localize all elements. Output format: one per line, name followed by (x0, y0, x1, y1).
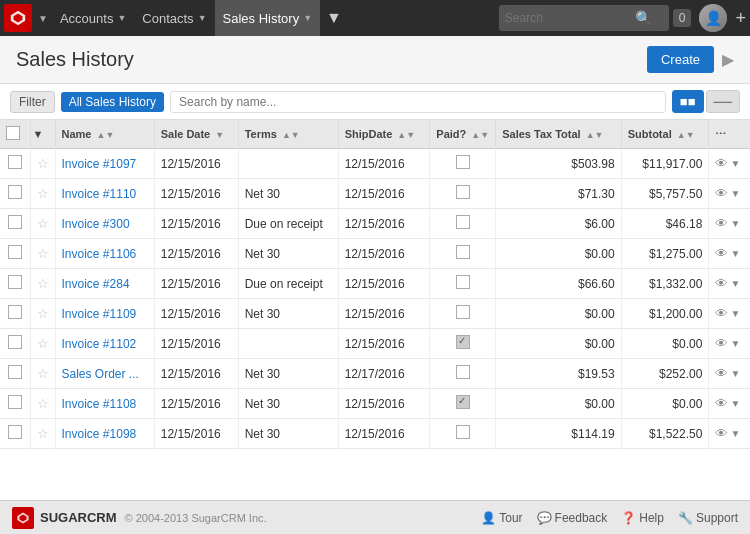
star-icon[interactable]: ☆ (37, 216, 49, 231)
invoice-link[interactable]: Invoice #1106 (62, 247, 137, 261)
row-checkbox[interactable] (8, 275, 22, 289)
nav-contacts[interactable]: Contacts ▼ (134, 0, 214, 36)
search-button[interactable]: 🔍 (635, 10, 652, 26)
row-action-caret-icon[interactable]: ▼ (730, 248, 740, 259)
row-star-cell[interactable]: ☆ (30, 239, 55, 269)
footer-tour-link[interactable]: 👤 Tour (481, 511, 522, 525)
nav-sales-history[interactable]: Sales History ▼ (215, 0, 321, 36)
row-action-caret-icon[interactable]: ▼ (730, 398, 740, 409)
th-subtotal[interactable]: Subtotal ▲▼ (621, 120, 709, 149)
row-checkbox[interactable] (8, 365, 22, 379)
row-select-cell[interactable] (0, 299, 30, 329)
row-star-cell[interactable]: ☆ (30, 149, 55, 179)
nav-add-button[interactable]: + (735, 8, 746, 29)
nav-expand-arrow[interactable]: ▼ (38, 13, 48, 24)
row-select-cell[interactable] (0, 239, 30, 269)
create-button[interactable]: Create (647, 46, 714, 73)
invoice-link[interactable]: Invoice #284 (62, 277, 130, 291)
row-checkbox[interactable] (8, 335, 22, 349)
row-star-cell[interactable]: ☆ (30, 209, 55, 239)
th-terms[interactable]: Terms ▲▼ (238, 120, 338, 149)
star-icon[interactable]: ☆ (37, 306, 49, 321)
th-name[interactable]: Name ▲▼ (55, 120, 154, 149)
row-checkbox[interactable] (8, 425, 22, 439)
active-filter-tag[interactable]: All Sales History (61, 92, 164, 112)
paid-checkbox[interactable] (456, 395, 470, 409)
avatar[interactable]: 👤 (699, 4, 727, 32)
nav-accounts[interactable]: Accounts ▼ (52, 0, 134, 36)
row-select-cell[interactable] (0, 149, 30, 179)
search-input[interactable] (505, 11, 635, 25)
row-select-cell[interactable] (0, 269, 30, 299)
row-paid-cell[interactable] (430, 149, 496, 179)
row-paid-cell[interactable] (430, 209, 496, 239)
star-icon[interactable]: ☆ (37, 426, 49, 441)
row-action-caret-icon[interactable]: ▼ (730, 368, 740, 379)
th-select-all[interactable] (0, 120, 30, 149)
row-star-cell[interactable]: ☆ (30, 359, 55, 389)
row-action-caret-icon[interactable]: ▼ (730, 338, 740, 349)
row-star-cell[interactable]: ☆ (30, 179, 55, 209)
row-select-cell[interactable] (0, 329, 30, 359)
row-view-icon[interactable]: 👁 (715, 306, 728, 321)
invoice-link[interactable]: Invoice #300 (62, 217, 130, 231)
row-action-caret-icon[interactable]: ▼ (730, 218, 740, 229)
row-checkbox[interactable] (8, 185, 22, 199)
nav-badge[interactable]: 0 (673, 9, 692, 27)
invoice-link[interactable]: Invoice #1108 (62, 397, 137, 411)
star-icon[interactable]: ☆ (37, 186, 49, 201)
invoice-link[interactable]: Invoice #1102 (62, 337, 137, 351)
select-all-checkbox[interactable] (6, 126, 20, 140)
row-paid-cell[interactable] (430, 419, 496, 449)
row-view-icon[interactable]: 👁 (715, 336, 728, 351)
app-logo[interactable] (4, 4, 32, 32)
paid-checkbox[interactable] (456, 335, 470, 349)
row-paid-cell[interactable] (430, 329, 496, 359)
grid-view-button[interactable]: ■■ (672, 90, 704, 113)
invoice-link[interactable]: Invoice #1098 (62, 427, 137, 441)
paid-checkbox[interactable] (456, 365, 470, 379)
row-select-cell[interactable] (0, 359, 30, 389)
collapse-button[interactable]: ▶ (722, 50, 734, 69)
row-star-cell[interactable]: ☆ (30, 269, 55, 299)
row-view-icon[interactable]: 👁 (715, 366, 728, 381)
row-view-icon[interactable]: 👁 (715, 426, 728, 441)
th-ship-date[interactable]: ShipDate ▲▼ (338, 120, 430, 149)
footer-feedback-link[interactable]: 💬 Feedback (537, 511, 608, 525)
row-action-caret-icon[interactable]: ▼ (730, 188, 740, 199)
row-select-cell[interactable] (0, 419, 30, 449)
row-action-caret-icon[interactable]: ▼ (730, 308, 740, 319)
invoice-link[interactable]: Sales Order ... (62, 367, 139, 381)
row-paid-cell[interactable] (430, 239, 496, 269)
invoice-link[interactable]: Invoice #1109 (62, 307, 137, 321)
row-view-icon[interactable]: 👁 (715, 186, 728, 201)
row-checkbox[interactable] (8, 155, 22, 169)
paid-checkbox[interactable] (456, 185, 470, 199)
row-action-caret-icon[interactable]: ▼ (730, 428, 740, 439)
list-view-button[interactable]: ── (706, 90, 740, 113)
star-icon[interactable]: ☆ (37, 396, 49, 411)
row-view-icon[interactable]: 👁 (715, 246, 728, 261)
row-view-icon[interactable]: 👁 (715, 216, 728, 231)
row-paid-cell[interactable] (430, 389, 496, 419)
invoice-link[interactable]: Invoice #1110 (62, 187, 137, 201)
row-paid-cell[interactable] (430, 179, 496, 209)
row-checkbox[interactable] (8, 215, 22, 229)
paid-checkbox[interactable] (456, 215, 470, 229)
star-icon[interactable]: ☆ (37, 246, 49, 261)
th-tax-total[interactable]: Sales Tax Total ▲▼ (496, 120, 622, 149)
th-paid[interactable]: Paid? ▲▼ (430, 120, 496, 149)
paid-checkbox[interactable] (456, 425, 470, 439)
footer-help-link[interactable]: ❓ Help (621, 511, 664, 525)
row-view-icon[interactable]: 👁 (715, 276, 728, 291)
filter-button[interactable]: Filter (10, 91, 55, 113)
search-name-input[interactable] (170, 91, 666, 113)
row-select-cell[interactable] (0, 209, 30, 239)
row-star-cell[interactable]: ☆ (30, 329, 55, 359)
row-paid-cell[interactable] (430, 359, 496, 389)
th-caret[interactable]: ▼ (30, 120, 55, 149)
row-checkbox[interactable] (8, 305, 22, 319)
row-action-caret-icon[interactable]: ▼ (730, 158, 740, 169)
row-paid-cell[interactable] (430, 299, 496, 329)
paid-checkbox[interactable] (456, 155, 470, 169)
